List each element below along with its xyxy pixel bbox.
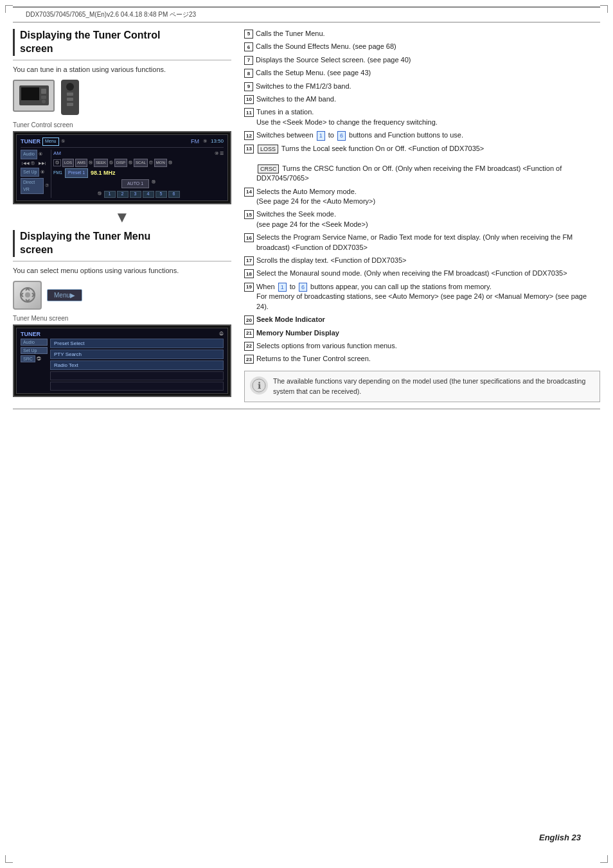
menu-display-btn: Menu▶ — [47, 289, 82, 301]
scal-btn: SCAL — [134, 159, 148, 167]
menu-icon-area: Menu▶ — [13, 281, 231, 310]
ann8-num: 8 — [244, 69, 253, 78]
ann14-text: Selects the Auto Memory mode.(See page 2… — [256, 187, 600, 207]
ann-14: 14 Selects the Auto Memory mode.(See pag… — [244, 187, 600, 207]
ann5-num: 5 — [244, 30, 253, 39]
num-btn-2: 2 — [117, 191, 129, 198]
num-btn-3: 3 — [130, 191, 141, 198]
ams-btn: AMS — [75, 159, 87, 167]
ann-8: 8 Calls the Setup Menu. (see page 43) — [244, 68, 600, 78]
num-btn-4: 4 — [143, 191, 154, 198]
corner-mark-bl — [5, 855, 13, 863]
ann13-text: LOSS Turns the Local seek function On or… — [256, 144, 600, 184]
svg-rect-1 — [21, 87, 39, 100]
menu-audio-btn: Audio — [21, 339, 48, 346]
menu-item-2: PTY Search — [50, 350, 224, 359]
section2-desc: You can select menu options using variou… — [13, 267, 231, 274]
num-btn-6: 6 — [168, 191, 180, 198]
ann-10: 10 Switches to the AM band. — [244, 94, 600, 104]
ann23-text: Returns to the Tuner Control screen. — [256, 354, 600, 364]
function-icon — [13, 281, 42, 310]
ann-18: 18 Select the Monaural sound mode. (Only… — [244, 269, 600, 278]
num-btn-5: 5 — [155, 191, 167, 198]
left-column: Displaying the Tuner Control screen You … — [13, 29, 231, 402]
ann22-text: Selects options from various function me… — [256, 341, 600, 351]
ann13-num: 13 — [244, 145, 254, 154]
note-text: The available functions vary depending o… — [273, 376, 594, 397]
annotation-list: 5 Calls the Tuner Menu. 6 Calls the Soun… — [244, 29, 600, 364]
section2-divider — [13, 261, 231, 261]
menu-item-5 — [50, 382, 224, 391]
ann21-text: Memory Number Display — [256, 328, 600, 338]
tuner-screen-display: TUNER Menu ⑤ FM ⑨ 13:50 Audio — [16, 134, 228, 202]
ann-16: 16 Selects the Program Service Name, or … — [244, 233, 600, 252]
tuner-menu-screen: TUNER ㉒ Audio Set Up SRC ㉓ — [13, 324, 231, 397]
main-layout: Displaying the Tuner Control screen You … — [13, 29, 600, 402]
note-box: ℹ The available functions vary depending… — [244, 371, 600, 403]
footer-text: English 23 — [539, 833, 581, 842]
svg-rect-2 — [41, 89, 46, 94]
ann-5: 5 Calls the Tuner Menu. — [244, 29, 600, 39]
right-column: 5 Calls the Tuner Menu. 6 Calls the Soun… — [244, 29, 600, 402]
badge2-1: 1 — [278, 283, 287, 292]
svg-text:ℹ: ℹ — [258, 380, 261, 391]
tuner-control-screen-label: Tuner Control screen — [13, 121, 231, 128]
loss-badge: LOSS — [258, 145, 278, 154]
badge-1: 1 — [317, 131, 325, 141]
bottom-rule — [13, 409, 600, 409]
ann5-marker: ⑤ — [61, 138, 65, 145]
menu-tuner-label: TUNER — [21, 331, 40, 337]
menu-btn-display: Menu — [42, 137, 59, 146]
ann-21: 21 Memory Number Display — [244, 328, 600, 338]
page-footer: English 23 — [520, 826, 600, 849]
ann-9: 9 Switches to the FM1/2/3 band. — [244, 82, 600, 91]
corner-mark-br — [600, 855, 608, 863]
ann6-text: Calls the Sound Effects Menu. (see page … — [256, 42, 600, 51]
tuner-menu-screen-label: Tuner Menu screen — [13, 315, 231, 322]
remote-icon — [61, 80, 79, 115]
los-btn: LOS — [62, 159, 74, 167]
ann-13: 13 LOSS Turns the Local seek function On… — [244, 144, 600, 184]
menu-src-btn: SRC — [21, 355, 35, 362]
header-filename: DDX7035/7045/7065_M(En)v2.6 04.4.18 8:48… — [26, 10, 196, 19]
ann12-text: Switches between 1 to 6 buttons and Func… — [256, 130, 600, 141]
ann10-num: 10 — [244, 95, 254, 104]
disp-btn: DISP — [114, 159, 127, 167]
menu-right-items: Preset Select PTY Search Radio Text — [50, 339, 224, 391]
ann18-num: 18 — [244, 269, 254, 278]
ann18-text: Select the Monaural sound mode. (Only wh… — [256, 269, 600, 278]
ann9-num: 9 — [244, 82, 253, 91]
ann14-num: 14 — [244, 188, 254, 197]
ann-19: 19 When 1 to 6 buttons appear, you can c… — [244, 282, 600, 312]
svg-point-6 — [25, 292, 30, 297]
section1-desc: You can tune in a station using various … — [13, 66, 231, 73]
ann16-text: Selects the Program Service Name, or Rad… — [256, 233, 600, 252]
menu-screen-display: TUNER ㉒ Audio Set Up SRC ㉓ — [16, 328, 228, 394]
remote-btn2 — [67, 98, 73, 101]
head-unit-icon — [13, 80, 55, 112]
ann-12: 12 Switches between 1 to 6 buttons and F… — [244, 130, 600, 141]
ann11-text: Tunes in a station.Use the <Seek Mode> t… — [256, 107, 600, 127]
auto-btn: AUTO 1 — [121, 179, 149, 189]
head-unit-svg — [18, 84, 50, 107]
setup-btn: Set Up — [21, 168, 39, 177]
corner-mark-tr — [600, 5, 608, 13]
ann-17: 17 Scrolls the display text. <Function o… — [244, 256, 600, 265]
ann16-num: 16 — [244, 233, 254, 242]
am-label: AM — [53, 150, 61, 157]
seek-btn: SEEK — [94, 159, 108, 167]
remote-screen — [66, 83, 74, 91]
crsc-badge: CRSC — [258, 164, 280, 174]
menu-setup-btn: Set Up — [21, 347, 48, 354]
ann-22: 22 Selects options from various function… — [244, 341, 600, 351]
section2-heading: Displaying the Tuner Menu screen — [13, 230, 231, 257]
ann9-text: Switches to the FM1/2/3 band. — [256, 82, 600, 91]
ann22-num: 22 — [244, 342, 254, 351]
section1-divider — [13, 60, 231, 60]
gear-svg — [19, 286, 37, 304]
ann-20: 20 Seek Mode Indicator — [244, 315, 600, 324]
corner-mark-tl — [5, 5, 13, 13]
ann-7: 7 Displays the Source Select screen. (se… — [244, 55, 600, 65]
note-svg: ℹ — [251, 378, 267, 393]
menu-left-btns: Audio Set Up SRC ㉓ — [21, 339, 48, 391]
